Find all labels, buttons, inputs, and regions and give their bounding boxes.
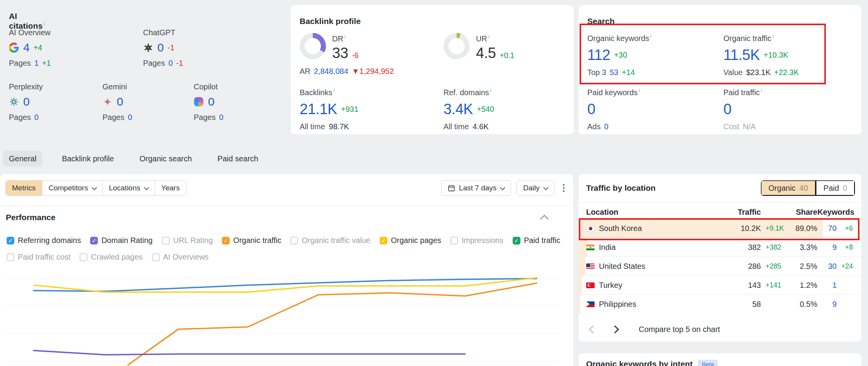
- citation-count[interactable]: 0: [157, 41, 164, 54]
- info-icon[interactable]: i: [639, 87, 640, 93]
- traffic-delta: +141: [761, 281, 784, 289]
- traffic-value: 382: [734, 243, 761, 252]
- chart-settings-group: MetricsCompetitorsLocationsYears: [5, 180, 186, 196]
- pages-value[interactable]: 1: [34, 59, 39, 68]
- info-icon[interactable]: i: [333, 87, 334, 93]
- chevron-left-icon[interactable]: [589, 325, 597, 333]
- table-row-india[interactable]: India382+3823.3%9+8: [578, 238, 861, 257]
- table-row-turkey[interactable]: Turkey143+1411.2%1: [578, 276, 861, 295]
- date-range-button[interactable]: Last 7 days: [441, 180, 511, 196]
- subrow-token: $23.1K: [746, 68, 771, 77]
- toolbar-button-label: Locations: [109, 184, 140, 192]
- backlinks-block: Backlinksi 21.1K+931 All time98.7K: [300, 87, 358, 131]
- ai-citation-block-ai-overview: AI Overview4+4Pages1+1: [9, 28, 98, 68]
- ur-label: URi: [476, 34, 514, 43]
- url-rating-block: URi 4.5+0.1: [443, 33, 514, 62]
- metric-toggle-domain-rating[interactable]: ✓Domain Rating: [90, 236, 152, 245]
- stat-value[interactable]: 0: [587, 101, 595, 118]
- share-bar: [578, 257, 585, 275]
- tab-backlink-profile[interactable]: Backlink profile: [56, 151, 120, 167]
- toolbar-button-years[interactable]: Years: [155, 180, 186, 196]
- chart-toolbar: MetricsCompetitorsLocationsYears Last 7 …: [5, 180, 568, 196]
- ai-citation-block-gemini: Gemini0Pages0: [102, 82, 191, 122]
- chevron-down-icon: [500, 185, 505, 190]
- more-options-icon[interactable]: [560, 182, 568, 195]
- subrow-token: +22.3K: [774, 68, 799, 77]
- keywords-value[interactable]: 70: [817, 224, 837, 233]
- keywords-delta: +24: [837, 262, 853, 270]
- metric-toggle-impressions[interactable]: Impressions: [450, 236, 503, 245]
- metric-toggle-organic-pages[interactable]: ✓Organic pages: [380, 236, 441, 245]
- info-icon[interactable]: i: [761, 87, 762, 93]
- traffic-value: 286: [734, 262, 761, 271]
- metric-toggle-paid-traffic-cost[interactable]: Paid traffic cost: [7, 253, 70, 262]
- backlinks-value[interactable]: 21.1K: [300, 101, 337, 118]
- keywords-value[interactable]: 1: [817, 281, 837, 290]
- ar-value[interactable]: 2,848,084: [314, 67, 348, 76]
- pages-value[interactable]: 0: [219, 113, 223, 122]
- metric-toggle-paid-traffic[interactable]: ✓Paid traffic: [513, 236, 560, 245]
- keywords-value[interactable]: 9: [817, 300, 837, 309]
- granularity-button[interactable]: Daily: [517, 180, 554, 196]
- tab-paid-search[interactable]: Paid search: [211, 151, 264, 167]
- flag-tr-icon: [586, 282, 595, 288]
- metric-toggle-organic-traffic[interactable]: ✓Organic traffic: [222, 236, 281, 245]
- search-stat-label: Paid keywordsi: [587, 87, 703, 97]
- pages-value[interactable]: 0: [169, 59, 173, 68]
- chevron-up-icon[interactable]: [540, 215, 549, 224]
- checkbox-unchecked-icon: [7, 253, 14, 261]
- stat-value[interactable]: 0: [723, 101, 732, 118]
- info-icon[interactable]: i: [490, 87, 491, 93]
- ahrefs-rank-row: AR 2,848,084 ▼1,294,952: [300, 67, 394, 76]
- metric-label: Referring domains: [18, 236, 81, 245]
- ar-delta: ▼1,294,952: [352, 67, 394, 76]
- metric-toggle-referring-domains[interactable]: ✓Referring domains: [7, 236, 81, 245]
- stat-value[interactable]: 11.5K: [723, 47, 760, 63]
- stat-delta: +30: [614, 51, 627, 60]
- metrics-row1: ✓Referring domains✓Domain RatingURL Rati…: [7, 236, 563, 245]
- pages-value[interactable]: 0: [34, 113, 39, 122]
- info-icon[interactable]: i: [650, 33, 651, 39]
- citation-count[interactable]: 0: [208, 95, 214, 108]
- citation-count[interactable]: 0: [117, 95, 123, 108]
- keywords-value[interactable]: 30: [817, 262, 837, 271]
- compare-top5-link[interactable]: Compare top 5 on chart: [639, 325, 720, 334]
- metric-toggle-ai-overviews[interactable]: AI Overviews: [152, 253, 209, 262]
- info-icon[interactable]: i: [344, 34, 346, 39]
- info-icon[interactable]: i: [488, 34, 489, 39]
- checkbox-checked-icon: ✓: [513, 237, 520, 245]
- label-text: Organic traffic: [723, 34, 771, 43]
- toggle-organic[interactable]: Organic40: [761, 180, 816, 196]
- citation-count[interactable]: 4: [23, 41, 29, 54]
- search-stat-value-row: 0: [587, 101, 703, 118]
- toolbar-button-locations[interactable]: Locations: [102, 180, 155, 196]
- performance-line-chart[interactable]: [6, 262, 559, 365]
- metric-toggle-url-rating[interactable]: URL Rating: [162, 236, 213, 245]
- keywords-value[interactable]: 9: [817, 243, 837, 252]
- ref-domains-value[interactable]: 3.4K: [443, 101, 473, 118]
- chevron-right-icon[interactable]: [611, 325, 619, 333]
- backlinks-delta: +931: [341, 105, 358, 114]
- citation-count[interactable]: 0: [23, 95, 29, 108]
- search-stat-label: Organic traffici: [723, 33, 839, 43]
- info-icon[interactable]: i: [44, 21, 45, 27]
- table-row-united-states[interactable]: United States286+2852.5%30+24: [578, 257, 861, 276]
- toolbar-button-competitors[interactable]: Competitors: [42, 180, 102, 196]
- metric-toggle-crawled-pages[interactable]: Crawled pages: [80, 253, 142, 262]
- metric-toggle-organic-traffic-value[interactable]: Organic traffic value: [290, 236, 370, 245]
- toolbar-button-label: Metrics: [12, 184, 36, 192]
- share-value: 2.5%: [784, 262, 817, 271]
- table-row-philippines[interactable]: Philippines580.5%9: [578, 295, 861, 314]
- perplexity-icon: [9, 97, 19, 107]
- table-row-south-korea[interactable]: South Korea10.2K+9.1K89.0%70+6: [578, 219, 861, 238]
- stat-value[interactable]: 112: [587, 47, 610, 63]
- location-name: Turkey: [599, 281, 622, 290]
- label-text: Paid keywords: [587, 88, 638, 97]
- toolbar-button-metrics[interactable]: Metrics: [5, 180, 42, 196]
- tab-general[interactable]: General: [3, 151, 42, 167]
- tab-organic-search[interactable]: Organic search: [134, 151, 198, 167]
- pages-value[interactable]: 0: [128, 113, 132, 122]
- toggle-paid[interactable]: Paid0: [816, 180, 855, 196]
- info-icon[interactable]: i: [773, 33, 774, 39]
- metrics-row2: Paid traffic costCrawled pagesAI Overvie…: [7, 253, 563, 262]
